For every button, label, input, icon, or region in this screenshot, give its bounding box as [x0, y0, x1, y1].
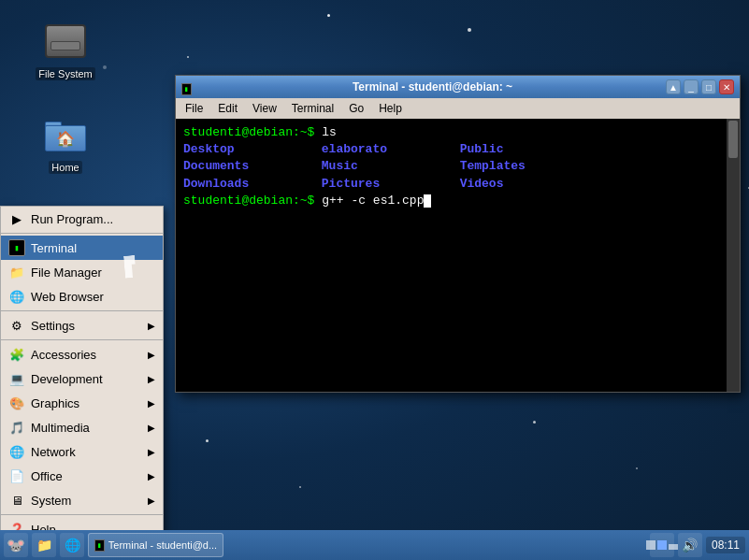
net-box-1	[646, 540, 655, 550]
accessories-icon: 🧩	[8, 346, 25, 363]
multimedia-arrow: ▶	[148, 423, 155, 433]
terminal-scroll-up-btn[interactable]: ▲	[666, 79, 681, 94]
desktop: File System 🏠 Home ▶ Run Program... ▮ Te…	[0, 0, 749, 560]
terminal-menubar: File Edit View Terminal Go Help	[176, 98, 740, 119]
home-label: Home	[49, 161, 81, 174]
menu-run-program[interactable]: ▶ Run Program...	[1, 207, 163, 231]
filesystem-icon[interactable]: File System	[28, 19, 103, 80]
menu-office[interactable]: 📄 Office ▶	[1, 464, 163, 488]
filesystem-label: File System	[36, 67, 94, 80]
terminal-titlebar: ▮ Terminal - studenti@debian: ~ ▲ _ □ ✕	[176, 76, 740, 98]
filesystem-icon-img	[43, 19, 88, 64]
menu-divider-1	[1, 233, 163, 234]
graphics-arrow: ▶	[148, 398, 155, 409]
terminal-content-area[interactable]: studenti@debian:~$ ls Desktop elaborato …	[176, 119, 740, 392]
taskbar-browser-btn[interactable]: 🌐	[60, 533, 84, 557]
system-icon: 🖥	[8, 492, 25, 509]
terminal-line-4: Downloads Pictures Videos	[183, 176, 732, 193]
menu-file-manager[interactable]: 📁 File Manager	[1, 260, 163, 284]
office-icon: 📄	[8, 467, 25, 484]
terminal-close-btn[interactable]: ✕	[719, 79, 734, 94]
menu-settings[interactable]: ⚙ Settings ▶	[1, 313, 163, 337]
menu-multimedia[interactable]: 🎵 Multimedia ▶	[1, 415, 163, 439]
taskbar-app-menu-btn[interactable]: 🐭	[4, 533, 28, 557]
multimedia-icon: 🎵	[8, 419, 25, 436]
taskbar-terminal-btn[interactable]: ▮ Terminal - studenti@d...	[88, 533, 223, 557]
taskbar-network-icon[interactable]	[650, 533, 674, 557]
taskbar: 🐭 📁 🌐 ▮ Terminal - studenti@d...	[0, 530, 749, 560]
home-icon[interactable]: 🏠 Home	[28, 112, 103, 174]
terminal-window: ▮ Terminal - studenti@debian: ~ ▲ _ □ ✕ …	[175, 75, 741, 393]
home-icon-img: 🏠	[43, 112, 88, 157]
terminal-scrollbar[interactable]	[727, 119, 740, 392]
terminal-menu-view[interactable]: View	[247, 100, 282, 117]
terminal-content[interactable]: studenti@debian:~$ ls Desktop elaborato …	[176, 119, 740, 215]
terminal-menu-go[interactable]: Go	[343, 100, 369, 117]
taskbar-file-manager-btn[interactable]: 📁	[32, 533, 56, 557]
run-program-icon: ▶	[8, 210, 25, 227]
development-arrow: ▶	[148, 374, 155, 384]
taskbar-terminal-icon: ▮	[94, 539, 105, 552]
net-box-2	[657, 540, 667, 550]
terminal-menu-file[interactable]: File	[180, 100, 209, 117]
menu-web-browser[interactable]: 🌐 Web Browser	[1, 284, 163, 309]
graphics-icon: 🎨	[8, 395, 25, 411]
menu-divider-4	[1, 514, 163, 515]
system-arrow: ▶	[148, 495, 155, 506]
settings-icon: ⚙	[8, 317, 25, 334]
taskbar-terminal-label: Terminal - studenti@d...	[108, 539, 217, 551]
settings-arrow: ▶	[148, 321, 155, 331]
terminal-menu-edit[interactable]: Edit	[212, 100, 243, 117]
terminal-title: Terminal - studenti@debian: ~	[202, 80, 663, 93]
terminal-line-5: studenti@debian:~$ g++ -c es1.cpp	[183, 193, 732, 209]
app-menu: ▶ Run Program... ▮ Terminal 📁 File Manag…	[0, 206, 164, 560]
taskbar-right: 🔊 08:11	[650, 533, 745, 557]
taskbar-volume-icon[interactable]: 🔊	[678, 533, 702, 557]
menu-network[interactable]: 🌐 Network ▶	[1, 439, 163, 464]
terminal-menu-help[interactable]: Help	[373, 100, 408, 117]
development-icon: 💻	[8, 370, 25, 387]
net-box-3	[669, 544, 678, 550]
terminal-line-1: studenti@debian:~$ ls	[183, 124, 732, 141]
terminal-line-2: Desktop elaborato Public	[183, 141, 732, 158]
accessories-arrow: ▶	[148, 350, 155, 360]
web-browser-icon: 🌐	[8, 288, 25, 305]
menu-graphics[interactable]: 🎨 Graphics ▶	[1, 391, 163, 415]
terminal-titlebar-icon: ▮	[181, 79, 198, 95]
menu-terminal[interactable]: ▮ Terminal	[1, 236, 163, 260]
file-manager-icon: 📁	[8, 264, 25, 280]
terminal-cursor	[424, 194, 431, 208]
terminal-line-3: Documents Music Templates	[183, 158, 732, 175]
menu-accessories[interactable]: 🧩 Accessories ▶	[1, 342, 163, 366]
terminal-icon: ▮	[8, 239, 25, 256]
network-arrow: ▶	[148, 447, 155, 457]
taskbar-clock[interactable]: 08:11	[706, 537, 745, 553]
network-icon: 🌐	[8, 443, 25, 460]
network-boxes	[646, 540, 678, 550]
terminal-minimize-btn[interactable]: _	[684, 79, 699, 94]
menu-system[interactable]: 🖥 System ▶	[1, 488, 163, 512]
terminal-maximize-btn[interactable]: □	[701, 79, 716, 94]
menu-divider-3	[1, 339, 163, 340]
volume-icon: 🔊	[682, 538, 698, 553]
terminal-menu-terminal[interactable]: Terminal	[286, 100, 339, 117]
menu-divider-2	[1, 310, 163, 311]
menu-development[interactable]: 💻 Development ▶	[1, 366, 163, 391]
office-arrow: ▶	[148, 471, 155, 481]
